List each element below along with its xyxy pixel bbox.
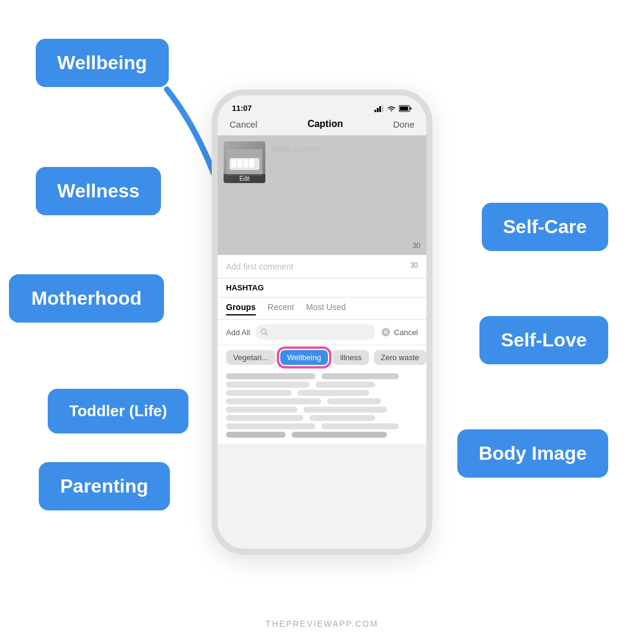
tab-most-used[interactable]: Most Used bbox=[306, 302, 346, 315]
cancel-button[interactable]: Cancel bbox=[230, 119, 258, 129]
first-comment-placeholder[interactable]: Add first comment bbox=[226, 262, 293, 271]
tag-self-love-right[interactable]: Self-Love bbox=[479, 316, 608, 364]
hashtag-row bbox=[226, 398, 418, 404]
caption-area: Edit Write caption... 30 bbox=[218, 135, 426, 255]
add-all-button[interactable]: Add All bbox=[226, 328, 250, 337]
done-button[interactable]: Done bbox=[393, 119, 414, 129]
caption-placeholder[interactable]: Write caption... bbox=[271, 141, 420, 153]
svg-rect-5 bbox=[410, 107, 411, 110]
tag-parenting-left[interactable]: Parenting bbox=[39, 462, 170, 510]
pill-vegetarian[interactable]: Vegetari... bbox=[226, 350, 275, 365]
pill-wellbeing[interactable]: Wellbeing bbox=[280, 350, 329, 365]
hashtag-item bbox=[226, 432, 286, 438]
svg-point-13 bbox=[261, 329, 266, 334]
tag-body-image-right[interactable]: Body Image bbox=[457, 429, 608, 478]
caption-title: Caption bbox=[308, 119, 343, 129]
hashtag-search-input[interactable] bbox=[256, 324, 374, 340]
edit-label[interactable]: Edit bbox=[224, 174, 265, 183]
hashtag-row bbox=[226, 415, 418, 421]
hashtag-row bbox=[226, 407, 418, 413]
hashtag-row bbox=[226, 382, 418, 388]
tag-wellness-left[interactable]: Wellness bbox=[36, 167, 161, 215]
search-cancel-button[interactable]: Cancel bbox=[394, 328, 418, 337]
tag-wellbeing-left[interactable]: Wellbeing bbox=[36, 39, 169, 87]
first-comment-area[interactable]: Add first comment 30 bbox=[218, 255, 426, 278]
status-time: 11:07 bbox=[232, 104, 252, 113]
caption-char-count: 30 bbox=[413, 242, 420, 250]
hashtag-item bbox=[226, 407, 298, 413]
svg-rect-9 bbox=[231, 159, 236, 168]
svg-rect-0 bbox=[374, 110, 376, 112]
svg-rect-12 bbox=[249, 159, 254, 168]
thumbnail-content bbox=[227, 149, 262, 176]
hashtag-item bbox=[327, 398, 381, 404]
tag-toddler-left[interactable]: Toddler (Life) bbox=[48, 389, 188, 434]
comment-char-count: 30 bbox=[410, 261, 418, 270]
add-all-row: Add All Cancel bbox=[218, 320, 426, 345]
svg-rect-1 bbox=[377, 108, 379, 112]
wifi-icon bbox=[387, 105, 396, 112]
status-icons bbox=[374, 105, 412, 112]
tab-groups[interactable]: Groups bbox=[226, 302, 256, 315]
hashtag-item bbox=[298, 390, 369, 396]
pill-zero-waste[interactable]: Zero waste bbox=[374, 350, 426, 365]
hashtag-item bbox=[226, 390, 292, 396]
hashtag-item bbox=[315, 382, 375, 388]
search-icon bbox=[261, 329, 268, 336]
battery-icon bbox=[399, 105, 412, 112]
hashtag-list bbox=[218, 370, 426, 444]
hashtag-row bbox=[226, 373, 418, 379]
pill-illness[interactable]: illness bbox=[333, 350, 369, 365]
hashtag-item bbox=[309, 415, 375, 421]
phone-screen: 11:07 bbox=[212, 89, 432, 555]
hashtag-row bbox=[226, 432, 418, 438]
tag-self-care-right[interactable]: Self-Care bbox=[482, 203, 609, 251]
tab-recent[interactable]: Recent bbox=[268, 302, 294, 315]
hashtag-row bbox=[226, 423, 418, 429]
svg-line-14 bbox=[265, 333, 267, 335]
svg-rect-10 bbox=[237, 159, 242, 168]
hashtag-item bbox=[226, 415, 304, 421]
hashtag-item bbox=[321, 373, 399, 379]
svg-rect-3 bbox=[382, 105, 383, 112]
hashtag-item bbox=[226, 382, 309, 388]
hashtag-item bbox=[226, 398, 321, 404]
caption-nav: Cancel Caption Done bbox=[218, 116, 426, 135]
hashtag-item bbox=[226, 423, 315, 429]
status-bar: 11:07 bbox=[218, 95, 426, 116]
clear-search-icon[interactable] bbox=[381, 327, 391, 337]
hashtag-item bbox=[226, 373, 315, 379]
phone-mockup: 11:07 bbox=[212, 89, 432, 555]
signal-icon bbox=[374, 105, 384, 112]
hashtag-row bbox=[226, 390, 418, 396]
hashtag-item bbox=[292, 432, 387, 438]
hashtag-label: HASHTAG bbox=[226, 283, 264, 292]
footer-text: THEPREVIEWAPP.COM bbox=[266, 619, 379, 628]
caption-thumbnail[interactable]: Edit bbox=[224, 141, 265, 183]
hashtag-item bbox=[304, 407, 387, 413]
group-pills-row: Vegetari... Wellbeing illness Zero waste bbox=[218, 345, 426, 370]
tag-motherhood-left[interactable]: Motherhood bbox=[9, 274, 164, 323]
svg-rect-2 bbox=[379, 106, 381, 112]
hashtag-section: HASHTAG bbox=[218, 278, 426, 298]
hashtag-item bbox=[321, 423, 399, 429]
svg-rect-11 bbox=[243, 159, 248, 168]
hashtag-tabs: Groups Recent Most Used bbox=[218, 298, 426, 320]
svg-rect-6 bbox=[400, 106, 408, 110]
